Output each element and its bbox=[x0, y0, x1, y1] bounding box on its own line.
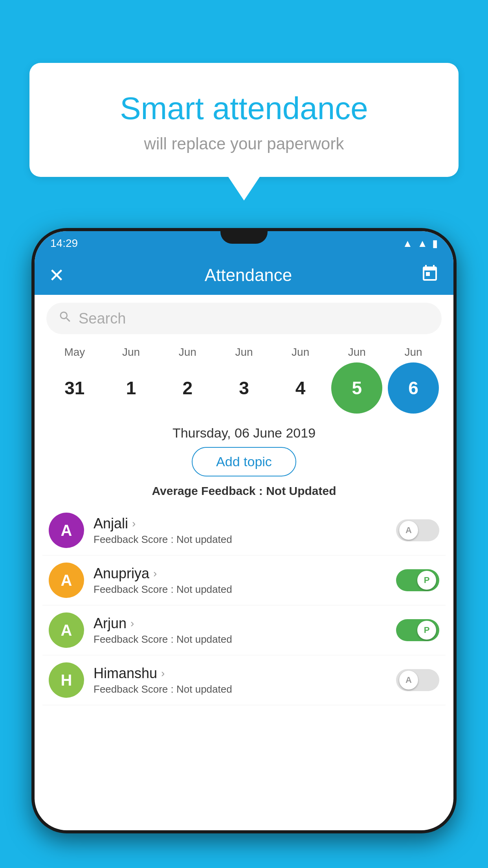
selected-date: Thursday, 06 June 2019 bbox=[35, 425, 453, 441]
speech-bubble: Smart attendance will replace your paper… bbox=[29, 63, 459, 177]
student-item-arjun[interactable]: A Arjun › Feedback Score : Not updated P bbox=[42, 605, 446, 655]
phone-frame: 14:29 ▲ ▲ ▮ ✕ Attendance bbox=[31, 228, 457, 833]
status-icons: ▲ ▲ ▮ bbox=[403, 237, 438, 250]
student-feedback-himanshu: Feedback Score : Not updated bbox=[94, 683, 396, 695]
signal-icon: ▲ bbox=[417, 237, 427, 250]
avg-feedback-label: Average Feedback : bbox=[152, 484, 262, 497]
chevron-anjali: › bbox=[132, 517, 136, 530]
toggle-knob-himanshu: A bbox=[399, 671, 418, 690]
wifi-icon: ▲ bbox=[403, 237, 413, 250]
avatar-arjun: A bbox=[49, 612, 84, 648]
student-feedback-arjun: Feedback Score : Not updated bbox=[94, 633, 396, 645]
student-info-himanshu: Himanshu › Feedback Score : Not updated bbox=[94, 665, 396, 695]
bubble-tail bbox=[228, 177, 260, 200]
avatar-himanshu: H bbox=[49, 662, 84, 698]
toggle-anupriya[interactable]: P bbox=[396, 569, 439, 591]
search-placeholder: Search bbox=[79, 310, 126, 327]
student-feedback-anjali: Feedback Score : Not updated bbox=[94, 533, 396, 546]
avatar-anupriya: A bbox=[49, 563, 84, 598]
date-picker: May Jun Jun Jun Jun Jun Jun 31 1 2 3 4 5… bbox=[35, 342, 453, 417]
student-feedback-anupriya: Feedback Score : Not updated bbox=[94, 583, 396, 596]
calendar-icon[interactable] bbox=[420, 264, 439, 287]
month-jun4: Jun bbox=[275, 346, 326, 359]
status-time: 14:29 bbox=[50, 237, 78, 250]
app-bar-title: Attendance bbox=[76, 265, 420, 285]
toggle-himanshu[interactable]: A bbox=[396, 669, 439, 691]
month-may: May bbox=[49, 346, 100, 359]
phone-notch bbox=[220, 228, 268, 244]
toggle-knob-anjali: A bbox=[399, 521, 418, 540]
toggle-knob-arjun: P bbox=[417, 621, 436, 640]
day-2[interactable]: 2 bbox=[162, 362, 213, 414]
avatar-anjali: A bbox=[49, 513, 84, 548]
month-jun1: Jun bbox=[106, 346, 157, 359]
chevron-himanshu: › bbox=[161, 667, 165, 680]
student-info-arjun: Arjun › Feedback Score : Not updated bbox=[94, 615, 396, 645]
avg-feedback: Average Feedback : Not Updated bbox=[35, 484, 453, 498]
add-topic-button[interactable]: Add topic bbox=[192, 447, 296, 476]
close-button[interactable]: ✕ bbox=[49, 264, 64, 286]
avg-feedback-value: Not Updated bbox=[266, 484, 336, 497]
toggle-anjali[interactable]: A bbox=[396, 519, 439, 541]
app-bar: ✕ Attendance bbox=[35, 256, 453, 295]
day-row: 31 1 2 3 4 5 6 bbox=[42, 362, 446, 414]
day-5-today[interactable]: 5 bbox=[331, 362, 382, 414]
day-3[interactable]: 3 bbox=[218, 362, 270, 414]
day-31[interactable]: 31 bbox=[49, 362, 100, 414]
student-item-anupriya[interactable]: A Anupriya › Feedback Score : Not update… bbox=[42, 555, 446, 605]
toggle-knob-anupriya: P bbox=[417, 571, 436, 590]
search-bar[interactable]: Search bbox=[46, 303, 442, 334]
student-name-anjali: Anjali › bbox=[94, 515, 396, 532]
day-6-selected[interactable]: 6 bbox=[388, 362, 439, 414]
student-item-anjali[interactable]: A Anjali › Feedback Score : Not updated … bbox=[42, 506, 446, 555]
student-list: A Anjali › Feedback Score : Not updated … bbox=[35, 506, 453, 705]
month-jun5: Jun bbox=[331, 346, 382, 359]
bubble-subtitle: will replace your paperwork bbox=[53, 134, 435, 153]
phone-screen: 14:29 ▲ ▲ ▮ ✕ Attendance bbox=[35, 231, 453, 830]
toggle-arjun[interactable]: P bbox=[396, 619, 439, 641]
search-icon bbox=[58, 310, 72, 327]
chevron-anupriya: › bbox=[153, 567, 157, 580]
battery-icon: ▮ bbox=[432, 237, 438, 250]
day-1[interactable]: 1 bbox=[106, 362, 157, 414]
day-4[interactable]: 4 bbox=[275, 362, 326, 414]
student-info-anjali: Anjali › Feedback Score : Not updated bbox=[94, 515, 396, 546]
month-jun6: Jun bbox=[388, 346, 439, 359]
student-info-anupriya: Anupriya › Feedback Score : Not updated bbox=[94, 565, 396, 596]
student-item-himanshu[interactable]: H Himanshu › Feedback Score : Not update… bbox=[42, 655, 446, 705]
month-jun3: Jun bbox=[218, 346, 270, 359]
phone-container: 14:29 ▲ ▲ ▮ ✕ Attendance bbox=[31, 228, 457, 868]
month-jun2: Jun bbox=[162, 346, 213, 359]
bubble-title: Smart attendance bbox=[53, 90, 435, 127]
month-row: May Jun Jun Jun Jun Jun Jun bbox=[42, 346, 446, 359]
student-name-anupriya: Anupriya › bbox=[94, 565, 396, 582]
speech-bubble-container: Smart attendance will replace your paper… bbox=[29, 63, 459, 200]
chevron-arjun: › bbox=[130, 617, 134, 630]
student-name-arjun: Arjun › bbox=[94, 615, 396, 632]
student-name-himanshu: Himanshu › bbox=[94, 665, 396, 682]
